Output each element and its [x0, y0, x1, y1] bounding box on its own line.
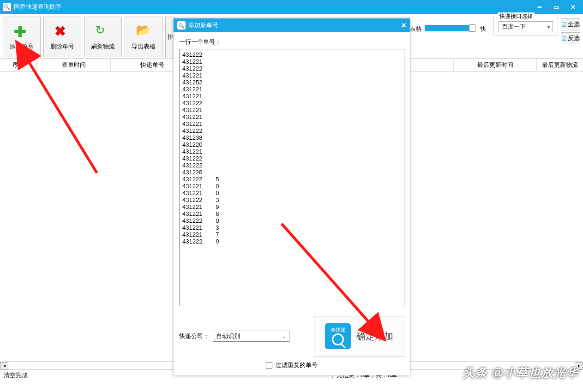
refresh-button[interactable]: ↻ 刷新物流 — [84, 17, 122, 57]
export-label: 导出表格 — [132, 42, 156, 51]
dialog-title: 添加新单号 — [188, 21, 401, 30]
scroll-left-icon[interactable]: ◂ — [0, 362, 8, 369]
dialog-titlebar: 🔍 添加新单号 × — [174, 18, 410, 32]
refresh-label: 刷新物流 — [91, 42, 115, 51]
dialog-icon: 🔍 — [177, 21, 186, 30]
status-left: 清空完成 — [4, 371, 28, 380]
search-express-icon: 查快递 — [325, 323, 351, 349]
export-button[interactable]: 📂 导出表格 — [125, 17, 162, 57]
watermark: 头条 @小草也放光华 — [463, 365, 578, 381]
cross-icon: ✖ — [54, 23, 70, 39]
col-query-time[interactable]: 查单时间 — [37, 59, 111, 71]
app-icon: 🔍 — [3, 3, 11, 11]
chevron-down-icon: ▾ — [547, 24, 550, 30]
plus-icon: ✚ — [14, 23, 30, 39]
titlebar: 🔍 固乔快递查询助手 ━ ▭ ✕ — [0, 0, 583, 14]
company-value: 自动识别 — [216, 332, 240, 340]
refresh-icon: ↻ — [95, 23, 111, 39]
confirm-label: 确定添加 — [356, 330, 393, 343]
col-index[interactable]: 序号 — [0, 59, 37, 71]
minimize-button[interactable]: ━ — [536, 3, 543, 11]
dialog-close-button[interactable]: × — [401, 21, 406, 30]
invert-select-button[interactable]: ☑反选 — [561, 32, 580, 44]
api-value: 百度一下 — [502, 23, 526, 31]
folder-icon: 📂 — [136, 23, 151, 39]
delete-tracking-label: 删除单号 — [50, 42, 74, 51]
input-label: 一行一个单号： — [179, 38, 404, 46]
select-all-button[interactable]: ☑全选 — [561, 18, 580, 30]
api-legend: 快递接口选择 — [498, 12, 535, 20]
window-title: 固乔快递查询助手 — [14, 3, 536, 11]
api-select[interactable]: 百度一下 ▾ — [499, 21, 553, 32]
close-button[interactable]: ✕ — [569, 3, 577, 11]
tracking-numbers-input[interactable] — [179, 49, 404, 306]
delete-tracking-button[interactable]: ✖ 删除单号 — [43, 17, 81, 57]
hidden-button[interactable]: 排 — [165, 17, 174, 57]
add-tracking-dialog: 🔍 添加新单号 × 一行一个单号： 快递公司： 自动识别 ⌄ 查快递 确定添加 … — [174, 18, 410, 375]
filter-dup-label: 过滤重复的单号 — [276, 362, 318, 368]
speed-slider[interactable] — [425, 25, 475, 31]
company-select[interactable]: 自动识别 ⌄ — [213, 331, 289, 342]
confirm-add-button[interactable]: 查快递 确定添加 — [314, 316, 404, 356]
add-tracking-button[interactable]: ✚ 添加单号 — [3, 17, 41, 57]
filter-dup-checkbox[interactable] — [266, 362, 272, 369]
maximize-button[interactable]: ▭ — [553, 3, 560, 11]
col-logistics[interactable]: 最后更新物流 — [537, 59, 583, 71]
company-label: 快递公司： — [179, 332, 209, 340]
add-tracking-label: 添加单号 — [10, 42, 34, 51]
col-updated[interactable]: 最后更新时间 — [454, 59, 537, 71]
hidden-label: 排 — [168, 33, 174, 41]
api-group: 快递接口选择 百度一下 ▾ — [493, 17, 558, 36]
chevron-down-icon: ⌄ — [282, 334, 286, 339]
speed-label: 快 — [480, 25, 486, 33]
